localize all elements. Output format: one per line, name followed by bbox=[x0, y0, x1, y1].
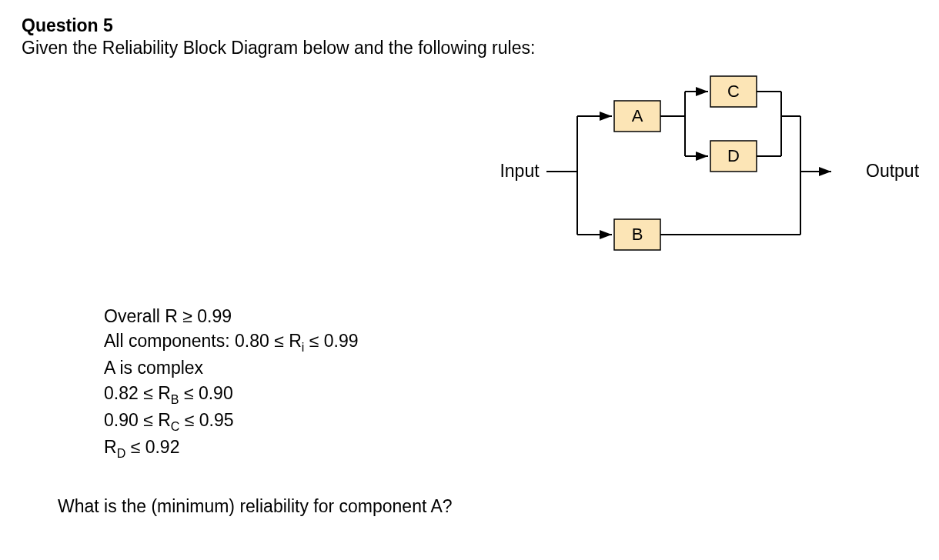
final-question: What is the (minimum) reliability for co… bbox=[58, 496, 453, 517]
rule-a-complex: A is complex bbox=[104, 355, 359, 380]
rule-all-components: All components: 0.80 ≤ Ri ≤ 0.99 bbox=[104, 328, 359, 355]
question-title: Question 5 bbox=[22, 15, 917, 36]
block-a-label: A bbox=[632, 106, 643, 125]
rules-list: Overall R ≥ 0.99 All components: 0.80 ≤ … bbox=[104, 304, 359, 462]
rule-rb: 0.82 ≤ RB ≤ 0.90 bbox=[104, 381, 359, 408]
reliability-block-diagram: Input A B C D bbox=[485, 73, 916, 265]
rule-overall: Overall R ≥ 0.99 bbox=[104, 304, 359, 328]
question-intro: Given the Reliability Block Diagram belo… bbox=[22, 38, 917, 58]
input-label: Input bbox=[500, 161, 540, 181]
block-c-label: C bbox=[727, 82, 740, 101]
output-label: Output bbox=[866, 161, 920, 181]
block-b-label: B bbox=[632, 225, 643, 244]
rule-rd: RD ≤ 0.92 bbox=[104, 435, 359, 462]
rule-rc: 0.90 ≤ RC ≤ 0.95 bbox=[104, 408, 359, 435]
block-d-label: D bbox=[727, 146, 740, 165]
